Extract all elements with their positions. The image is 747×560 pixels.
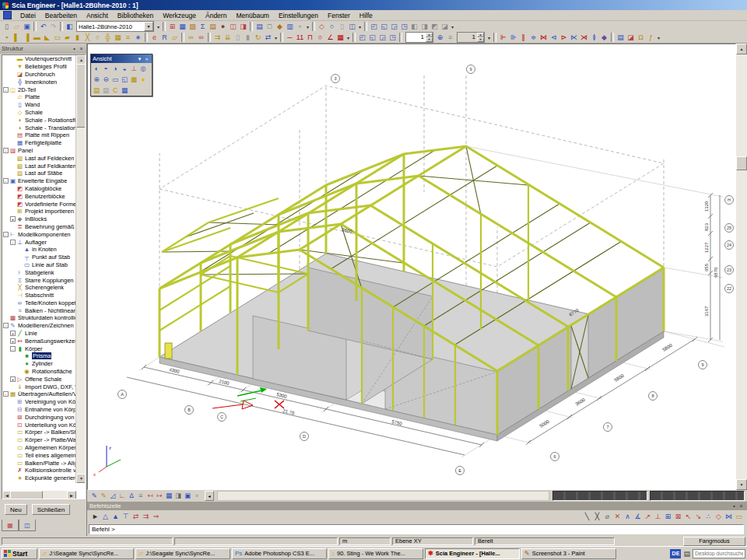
copy-picture-icon[interactable]: ▤	[101, 86, 110, 95]
tree-item[interactable]: ✗ Kollisionskontrolle vo	[2, 467, 76, 474]
close-icon[interactable]: ×	[78, 45, 85, 52]
menu-item[interactable]: Ansicht	[82, 11, 113, 20]
tree-item[interactable]: ▦ Fertigteilplatte	[2, 139, 76, 147]
sketch-icon[interactable]: ✎	[99, 492, 108, 501]
pin-icon[interactable]: •	[71, 45, 78, 52]
surface-icon[interactable]: ▱	[170, 33, 180, 43]
print-preview-icon[interactable]: □	[265, 22, 275, 32]
model-canvas[interactable]: 4300 2100 5300 5750 21.70 5000 3600 5800…	[88, 44, 735, 489]
spinner-arrows[interactable]: ▲▼	[426, 33, 433, 42]
menu-item[interactable]: Fenster	[323, 11, 355, 20]
snap-se-icon[interactable]: ↘	[693, 512, 703, 522]
tree-item[interactable]: - ▮ Körper	[2, 345, 76, 352]
select-ltimes-icon[interactable]: ⋉	[569, 33, 579, 43]
snap-rect-icon[interactable]: ▭	[734, 512, 744, 522]
dot-icon[interactable]: ▫	[192, 492, 202, 501]
expand-toggle-icon[interactable]: -	[3, 391, 9, 397]
layout-icon[interactable]: ◫	[228, 22, 238, 32]
tree-item[interactable]: ▥ Last auf Stäbe	[2, 170, 76, 177]
scroll-down-icon[interactable]: ▼	[76, 474, 86, 483]
truss-icon[interactable]: ╳	[82, 33, 93, 43]
half-icon[interactable]: ◨	[174, 492, 183, 501]
tree-item[interactable]: ╬ Innenknoten	[2, 78, 76, 86]
snap-mid-icon[interactable]: ∧	[622, 512, 633, 522]
catalog-icon[interactable]: e	[149, 33, 160, 43]
scroll-left-icon[interactable]: ◂	[205, 491, 214, 501]
tree-item[interactable]: ▬ Voutenquerschnitt	[2, 55, 76, 63]
opening-icon[interactable]: ▭	[52, 33, 62, 43]
tree-item[interactable]: - ◫ 2D-Teil	[2, 86, 76, 93]
clipboard-icon[interactable]: ▤	[208, 22, 218, 32]
project-combo[interactable]: Halle1-2Bühne-2010 ▼	[76, 21, 154, 32]
tree-item[interactable]: - ✎ Modellieren/Zeichnen	[2, 322, 76, 330]
expand-toggle-icon[interactable]: +	[10, 376, 16, 382]
close-icon[interactable]: ×	[738, 503, 745, 509]
ansicht-palette[interactable]: Ansicht ▼ × ◐◓◑◒⊥◎ ⊕⊖▭◱▩● ▤▤C▦	[90, 54, 153, 96]
window-tile-icon[interactable]: ◱	[379, 22, 389, 32]
tree-item[interactable]: - ▣ Erweiterte Eingabe	[2, 177, 76, 185]
angle-icon[interactable]: ∟	[117, 492, 127, 501]
tree-item[interactable]: ▭ Balken/Platte -> Allge	[2, 459, 76, 467]
expand-toggle-icon[interactable]: +	[10, 331, 16, 336]
tree-item[interactable]: ▭ Körper -> Platte/Wan	[2, 436, 76, 444]
zoom-doc-icon[interactable]: ○	[327, 22, 337, 32]
window-split-icon[interactable]: ◩	[430, 22, 440, 32]
zoom-selection-icon[interactable]: ◎	[139, 64, 148, 73]
cross-icon[interactable]: ╬	[103, 33, 113, 43]
calc-icon[interactable]: Σ	[198, 22, 208, 32]
snap-nw-icon[interactable]: ↖	[683, 512, 693, 522]
select-parallel-icon[interactable]: ∥	[518, 33, 528, 43]
circle-tool-icon[interactable]: ○	[315, 33, 325, 43]
tree-item[interactable]: ╳ Scherengelenk	[2, 284, 76, 292]
dock-tab-layers[interactable]: ◫	[19, 520, 36, 531]
tree-item[interactable]: ■ Prisma	[2, 352, 76, 360]
tree-item[interactable]: - ⊥ Auflager	[2, 238, 76, 246]
zoom-window-icon[interactable]: ▭	[110, 75, 120, 84]
tree-item[interactable]: Ξ Starre Kopplungen	[2, 276, 76, 284]
neu-button[interactable]: Neu	[5, 504, 27, 515]
toolbar-overflow[interactable]: ▾	[307, 24, 309, 30]
send-icon[interactable]: ◇	[317, 22, 327, 32]
filter-icon[interactable]: ≡	[445, 33, 455, 43]
member-icon[interactable]: ▌	[12, 33, 22, 43]
draw-icon[interactable]: ✎	[89, 492, 99, 501]
grid-tool-icon[interactable]: ▦	[335, 33, 345, 43]
layers-icon[interactable]: ≡	[136, 492, 146, 501]
image-icon[interactable]: ▨	[188, 22, 198, 32]
node-icon[interactable]: ▪	[2, 33, 12, 43]
tree-item[interactable]: ▼ Beliebiges Profil	[2, 63, 76, 71]
rotate-icon[interactable]: ↻	[253, 33, 263, 43]
tree-item[interactable]: ▭ Teil eines allgemeine	[2, 451, 76, 459]
sphere-icon[interactable]: ●	[218, 22, 228, 32]
triangle-icon[interactable]: ∆	[127, 492, 136, 501]
copy-icon[interactable]: ⇊	[223, 33, 233, 43]
shading-icon[interactable]: ▩	[129, 75, 139, 84]
tree-item[interactable]: ◗ Schale - Rotationsfläc	[2, 116, 76, 124]
viewport2-icon[interactable]: ◱	[367, 33, 377, 43]
beam-icon[interactable]: ▬	[32, 33, 42, 43]
expand-toggle-icon[interactable]: -	[3, 323, 9, 328]
taskbar-item-media[interactable]: ♪ 90. Sting - We Work The...	[328, 548, 423, 559]
select-diamond-icon[interactable]: ◆	[599, 33, 609, 43]
viewport4-icon[interactable]: ◳	[388, 33, 398, 43]
select-between-icon[interactable]: ≬	[589, 33, 599, 43]
layer-spinner[interactable]: 1 ▲▼	[457, 32, 485, 43]
activity-spinner[interactable]: 1 ▲▼	[405, 32, 433, 43]
viewport-3d[interactable]: 4300 2100 5300 5750 21.70 5000 3600 5800…	[87, 44, 736, 490]
menu-item[interactable]: Werkzeuge	[158, 11, 201, 20]
grid-icon[interactable]: ▦	[113, 33, 123, 43]
redo-icon[interactable]: ↷	[48, 22, 58, 32]
layout2-icon[interactable]: ◨	[238, 22, 248, 32]
haunch-icon[interactable]: ◣	[42, 33, 52, 43]
function-icon[interactable]: ƒ	[646, 33, 656, 43]
window-vert-icon[interactable]: ◳	[399, 22, 409, 32]
expand-toggle-icon[interactable]: -	[3, 178, 9, 184]
tree-item[interactable]: ⊠ Durchdringung von K	[2, 413, 76, 421]
tree-item[interactable]: + ◆ InBlocks	[2, 215, 76, 223]
tree-item[interactable]: ≣ Bewehrung gemäß V	[2, 223, 76, 231]
prism-being-modeled[interactable]	[165, 343, 172, 359]
col1-icon[interactable]: ▯	[233, 33, 243, 43]
fangmodus-button[interactable]: Fangmodus	[683, 537, 745, 546]
dock-tab-struktur[interactable]: ▦	[2, 520, 19, 531]
zoom-all-icon[interactable]: ◱	[120, 75, 129, 84]
